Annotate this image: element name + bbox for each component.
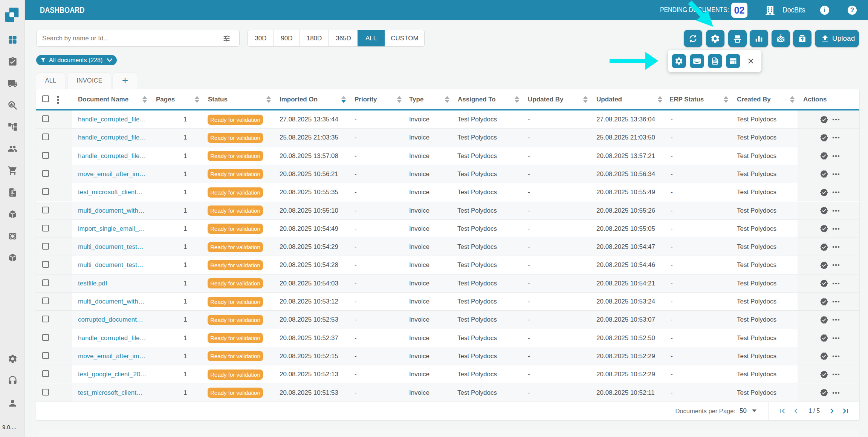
svg-text:$: $ — [11, 189, 14, 193]
